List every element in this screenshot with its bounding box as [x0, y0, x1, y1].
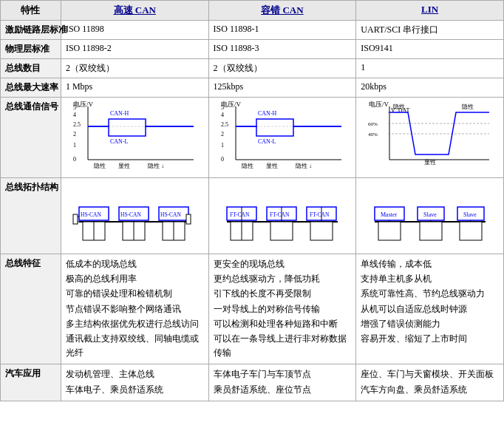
topology-row: 总线拓扑结构 HS-CAN HS-CAN	[1, 178, 504, 254]
lin-topo-svg: Master Slave Slave	[367, 181, 493, 248]
ft-hidden2: 隐性 ↓	[296, 163, 312, 169]
hs-canh-label: CAN-H	[110, 110, 129, 117]
physical-label: 物理层标准	[1, 40, 61, 59]
physical-lin: ISO9141	[356, 40, 504, 59]
ft-canl-label: CAN-L	[258, 138, 276, 145]
features-ft: 更安全的现场总线 更约总线驱动方，降低功耗 引下线的长度不再受限制 一对导线上的…	[208, 254, 356, 364]
hs-feat-5: 多主结构依据优先权进行总线访问	[66, 317, 204, 331]
lin-40-label: 40%	[368, 132, 378, 137]
hs-topo-svg: HS-CAN HS-CAN HS-CAN	[72, 181, 197, 248]
lin-master-label: Master	[381, 211, 398, 218]
svg-text:1: 1	[221, 142, 224, 149]
ft-feat-4: 一对导线上的对称信号传输	[214, 302, 352, 316]
bus-count-row: 总线数目 2（双绞线） 2（双绞线） 1	[1, 59, 504, 78]
lin-app-2: 汽车方向盘、乘员舒适系统	[361, 383, 499, 397]
svg-text:5: 5	[221, 104, 224, 111]
svg-text:1: 1	[73, 142, 76, 149]
features-lin: 单线传输，成本低 支持单主机多从机 系统可靠性高、节约总线驱动力 从机可以自适应…	[356, 254, 504, 364]
hs-visible: 显性	[118, 163, 130, 169]
features-hs: 低成本的现场总线 极高的总线利用率 可靠的错误处理和检错机制 节点错误不影响整个…	[61, 254, 208, 364]
svg-text:0: 0	[221, 156, 224, 163]
hs-auto-text: 发动机管理、主体总线 车体电子、乘员舒适系统	[66, 367, 204, 396]
ft-hidden1: 隐性	[242, 163, 253, 169]
svg-text:5: 5	[73, 104, 76, 111]
ft-node1-label: FT-CAN	[230, 211, 250, 218]
hs-feat-1: 低成本的现场总线	[66, 257, 204, 271]
ft-feat-1: 更安全的现场总线	[214, 257, 352, 271]
ft-topology: FT-CAN FT-CAN FT-CAN	[208, 178, 356, 254]
data-link-row: 激励链路层标准 ISO 11898 ISO 11898-1 UART/SCI 串…	[1, 21, 504, 40]
hs-feat-2: 极高的总线利用率	[66, 272, 204, 286]
hs-features-text: 低成本的现场总线 极高的总线利用率 可靠的错误处理和检错机制 节点错误不影响整个…	[66, 257, 204, 360]
lin-hidden-label: 隐性	[393, 103, 405, 110]
lin-auto-text: 座位、车门与天窗模块、开关面板 汽车方向盘、乘员舒适系统	[361, 367, 499, 396]
hs-app-1: 发动机管理、主体总线	[66, 367, 204, 381]
lin-signal-diagram: 电压/V V_DAT 60% 40%	[356, 98, 504, 178]
hs-feat-4: 节点错误不影响整个网络通讯	[66, 302, 204, 316]
max-speed-lin: 20kbps	[356, 78, 504, 98]
ft-feat-5: 可以检测和处理各种短路和中断	[214, 317, 352, 331]
hs-node3-label: HS-CAN	[160, 211, 182, 218]
bus-count-lin: 1	[356, 59, 504, 78]
hs-canl-label: CAN-L	[110, 138, 129, 145]
physical-hs: ISO 11898-2	[61, 40, 208, 59]
svg-text:2: 2	[73, 131, 76, 137]
lin-slave1-label: Slave	[423, 211, 437, 218]
svg-rect-59	[460, 222, 482, 240]
ft-node3-label: FT-CAN	[310, 211, 330, 218]
hs-can-header[interactable]: 高速 CAN	[61, 1, 208, 21]
data-link-hs: ISO 11898	[61, 21, 208, 40]
ft-can-header[interactable]: 容错 CAN	[208, 1, 356, 21]
svg-rect-35	[73, 214, 78, 224]
max-speed-label: 总线最大速率	[1, 78, 61, 98]
lin-feat-5: 增强了错误侦测能力	[361, 317, 499, 331]
svg-rect-48	[310, 222, 333, 240]
topology-label: 总线拓扑结构	[1, 178, 61, 254]
ft-app-1: 车体电子车门与车顶节点	[214, 367, 352, 381]
ft-auto-text: 车体电子车门与车顶节点 乘员舒适系统、座位节点	[214, 367, 352, 396]
hs-signal-diagram: 电压/V 0 1 2 2.5 4 5 C	[61, 98, 208, 178]
lin-app-1: 座位、车门与天窗模块、开关面板	[361, 367, 499, 381]
hs-feat-6: 通讯截止支持双绞线、同轴电缆或光纤	[66, 332, 204, 360]
svg-rect-38	[186, 214, 191, 224]
auto-app-hs: 发动机管理、主体总线 车体电子、乘员舒适系统	[61, 364, 208, 401]
lin-feat-2: 支持单主机多从机	[361, 272, 499, 286]
hs-hidden1: 隐性	[94, 163, 106, 169]
signal-label: 总线通信信号	[1, 98, 61, 178]
svg-text:2: 2	[221, 131, 224, 137]
svg-rect-53	[378, 222, 401, 240]
svg-text:4: 4	[73, 112, 76, 118]
lin-topology: Master Slave Slave	[356, 178, 504, 254]
features-row: 总线特征 低成本的现场总线 极高的总线利用率 可靠的错误处理和检错机制 节点错误…	[1, 254, 504, 364]
hs-app-2: 车体电子、乘员舒适系统	[66, 383, 204, 397]
hs-hidden2: 隐性 ↓	[148, 163, 164, 169]
auto-app-label: 汽车应用	[1, 364, 61, 401]
physical-ft: ISO 11898-3	[208, 40, 356, 59]
svg-rect-56	[420, 222, 442, 240]
auto-app-row: 汽车应用 发动机管理、主体总线 车体电子、乘员舒适系统 车体电子车门与车顶节点 …	[1, 364, 504, 401]
hs-feat-3: 可靠的错误处理和检错机制	[66, 287, 204, 301]
bus-count-hs: 2（双绞线）	[61, 59, 208, 78]
ft-ylabel: 电压/V	[221, 101, 242, 108]
ft-feat-3: 引下线的长度不再受限制	[214, 287, 352, 301]
data-link-lin: UART/SCI 串行接口	[356, 21, 504, 40]
lin-feat-4: 从机可以自适应总线时钟源	[361, 302, 499, 316]
physical-row: 物理层标准 ISO 11898-2 ISO 11898-3 ISO9141	[1, 40, 504, 59]
data-link-ft: ISO 11898-1	[208, 21, 356, 40]
data-link-label: 激励链路层标准	[1, 21, 61, 40]
lin-feat-6: 容易开发、缩短了上市时间	[361, 332, 499, 346]
lin-features-text: 单线传输，成本低 支持单主机多从机 系统可靠性高、节约总线驱动力 从机可以自适应…	[361, 257, 499, 346]
lin-hidden2-label: 隐性	[462, 103, 474, 110]
signal-row: 总线通信信号 电压/V 0 1 2 2.5 4 5	[1, 98, 504, 178]
features-label: 总线特征	[1, 254, 61, 364]
lin-header[interactable]: LIN	[356, 1, 504, 21]
max-speed-row: 总线最大速率 1 Mbps 125kbps 20kbps	[1, 78, 504, 98]
ft-node2-label: FT-CAN	[270, 211, 290, 218]
svg-text:4: 4	[221, 112, 224, 118]
svg-text:2.5: 2.5	[221, 121, 228, 128]
auto-app-lin: 座位、车门与天窗模块、开关面板 汽车方向盘、乘员舒适系统	[356, 364, 504, 401]
ft-feat-6: 可以在一条导线上进行非对称数据传输	[214, 332, 352, 360]
ft-feat-2: 更约总线驱动方，降低功耗	[214, 272, 352, 286]
lin-feat-1: 单线传输，成本低	[361, 257, 499, 271]
ft-signal-diagram: 电压/V 0 1 2 2.5 4 5 CAN-H CAN-L 隐性	[208, 98, 356, 178]
